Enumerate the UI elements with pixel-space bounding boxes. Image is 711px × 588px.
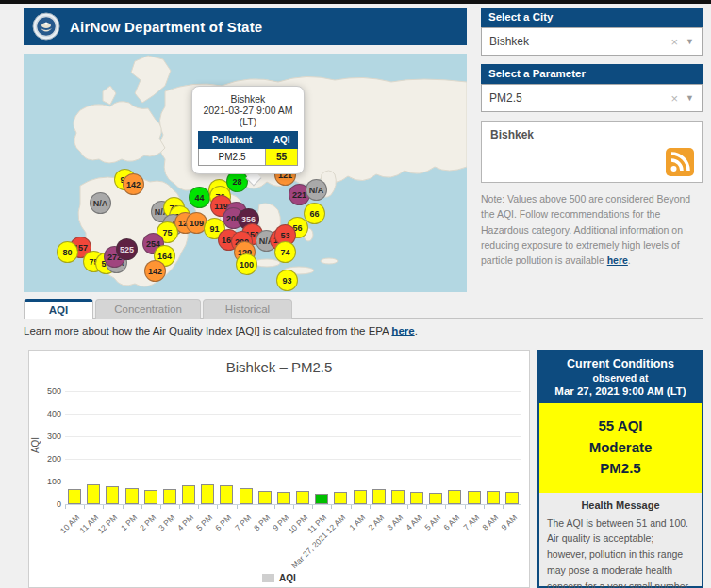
note-here-link[interactable]: here [607,254,628,266]
tab-bar: AQI Concentration Historical [24,299,703,318]
map-marker[interactable]: 142 [144,260,166,282]
aqi-bar[interactable] [468,491,481,504]
tab-concentration[interactable]: Concentration [95,299,201,318]
chevron-down-icon[interactable]: ▼ [686,37,694,46]
aqi-bar[interactable] [182,485,195,504]
feed-city-label: Bishkek [490,128,693,141]
beyond-aqi-note: Note: Values above 500 are considered Be… [481,191,703,268]
x-tick [179,505,180,509]
learn-more-suffix: . [415,325,418,336]
aqi-bar[interactable] [448,490,461,504]
y-tick-label: 500 [37,386,61,396]
current-conditions-title: Current Conditions [543,357,698,370]
x-tick [293,505,294,509]
x-tick [274,505,275,509]
aqi-bar[interactable] [258,491,272,504]
x-tick [103,505,104,509]
health-message-text: The AQI is between 51 and 100. Air quali… [547,515,694,588]
aqi-bar[interactable] [163,489,176,504]
aqi-bar[interactable] [277,492,290,504]
popup-pollutant-value: PM2.5 [199,149,266,166]
aqi-world-map[interactable]: N/A90142N/A7394N/A1281097525416414215780… [24,54,467,292]
y-tick-label: 400 [37,409,61,418]
city-feed-box: Bishkek [481,121,703,183]
aqi-bar[interactable] [106,486,119,504]
x-tick [389,505,389,509]
aqi-bar[interactable] [240,488,253,504]
city-select[interactable]: Bishkek × ▼ [481,27,703,56]
chart-plot: 0100200300400500 [65,391,521,504]
x-tick [351,505,352,509]
map-marker[interactable]: 80 [57,241,78,263]
learn-more-prefix: Learn more about how the Air Quality Ind… [24,325,391,336]
aqi-bar[interactable] [334,492,347,504]
map-marker[interactable]: 100 [236,253,257,275]
x-tick [331,505,332,509]
parameter-select-value: PM2.5 [489,91,670,105]
epa-link[interactable]: here [391,325,414,336]
aqi-bar[interactable] [296,491,309,504]
select-city-header: Select a City [481,8,703,27]
clear-parameter-icon[interactable]: × [670,91,678,106]
popup-aqi-value: 55 [266,149,298,166]
map-marker[interactable]: N/A [90,192,111,214]
map-marker[interactable]: 93 [276,270,298,291]
map-marker[interactable]: 525 [116,238,138,260]
aqi-bar[interactable] [429,493,442,504]
x-tick [141,505,142,509]
current-aqi-pollutant: PM2.5 [543,458,698,480]
tab-aqi[interactable]: AQI [24,299,93,318]
window-edge [0,0,711,4]
current-aqi-block: 55 AQI Moderate PM2.5 [539,403,702,493]
aqi-bar[interactable] [68,489,81,504]
aqi-bar[interactable] [487,491,500,504]
x-tick [445,505,446,509]
x-tick [426,505,427,509]
note-text: Note: Values above 500 are considered Be… [481,193,690,266]
map-popup[interactable]: Bishkek 2021-03-27 9:00 AM (LT) Pollutan… [191,86,305,174]
aqi-bar[interactable] [410,492,423,504]
popup-city: Bishkek [198,93,298,105]
y-tick-label: 0 [37,499,61,509]
y-tick-label: 100 [37,477,61,486]
aqi-bar[interactable] [315,494,328,504]
health-message-title: Health Message [547,499,694,511]
aqi-bar[interactable] [201,484,214,504]
map-marker[interactable]: 66 [304,203,325,224]
aqi-bar[interactable] [125,488,139,504]
map-marker[interactable]: 44 [189,187,210,208]
x-tick [312,505,313,509]
map-marker[interactable]: 142 [123,173,144,195]
aqi-bar[interactable] [87,484,100,504]
current-aqi-value: 55 AQI [543,416,698,437]
gridline [65,436,521,437]
popup-timezone: (LT) [198,116,298,127]
note-suffix: . [628,254,631,266]
map-marker[interactable]: N/A [306,179,327,201]
chevron-down-icon[interactable]: ▼ [686,93,694,103]
gridline [65,482,521,482]
map-marker[interactable]: 74 [274,241,296,263]
x-tick [465,505,466,509]
x-tick [484,505,485,509]
chart-title: Bishkek – PM2.5 [29,359,529,375]
y-tick-label: 300 [37,432,61,441]
parameter-select[interactable]: PM2.5 × ▼ [481,84,703,112]
aqi-chart-panel: Bishkek – PM2.5 AQI 0100200300400500 AQI… [28,350,530,588]
clear-city-icon[interactable]: × [670,35,678,49]
aqi-bar[interactable] [505,492,519,504]
aqi-bar[interactable] [372,489,386,504]
popup-col-pollutant: Pollutant [199,132,266,149]
current-conditions-panel: Current Conditions observed at Mar 27, 2… [537,350,703,588]
x-tick [198,505,199,509]
tab-historical[interactable]: Historical [203,299,292,318]
aqi-bar[interactable] [354,490,367,504]
aqi-bar[interactable] [391,490,405,504]
aqi-bar[interactable] [220,485,233,504]
current-aqi-category: Moderate [543,437,698,459]
rss-feed-icon[interactable] [666,148,694,176]
y-tick-label: 200 [37,454,61,464]
x-tick [160,505,161,509]
learn-more-text: Learn more about how the Air Quality Ind… [24,325,418,336]
aqi-bar[interactable] [144,490,157,504]
